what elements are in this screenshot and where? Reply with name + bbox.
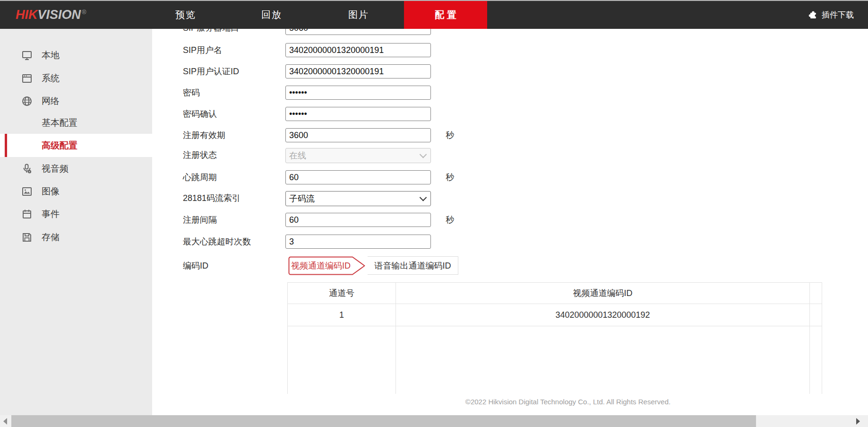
stream-index-select[interactable]: 子码流 xyxy=(285,191,431,206)
form-row-stream-index: 28181码流索引 子码流 xyxy=(152,191,868,206)
tab-audio-output-channel-encode-id[interactable]: 语音输出通道编码ID xyxy=(368,256,458,275)
storage-icon xyxy=(21,232,33,243)
scrollbar-thumb[interactable] xyxy=(11,415,756,427)
sidebar-item-network[interactable]: 网络 xyxy=(0,90,152,113)
max-heartbeat-timeout-input[interactable] xyxy=(285,235,431,249)
field-label: 密码确认 xyxy=(183,107,217,121)
field-label: 28181码流索引 xyxy=(183,191,241,205)
form-row-heartbeat-period: 心跳周期 秒 xyxy=(152,170,868,185)
sidebar: 本地 系统 网络 基本配置 高级配置 视音频 xyxy=(0,29,152,415)
unit-seconds: 秒 xyxy=(446,128,454,142)
scroll-left-arrow-icon[interactable] xyxy=(3,418,7,425)
tab-video-channel-encode-id[interactable]: 视频通道编码ID xyxy=(288,256,366,275)
form-row-sip-username: SIP用户名 xyxy=(152,43,868,58)
copyright-text: ©2022 Hikvision Digital Technology Co., … xyxy=(284,398,851,406)
unit-seconds: 秒 xyxy=(446,213,454,227)
logo-vision: VISION xyxy=(38,8,81,22)
channel-table: 通道号 视频通道编码ID 1 34020000001320000192 xyxy=(287,282,822,394)
field-label: SIP用户认证ID xyxy=(183,64,239,78)
cell-spacer xyxy=(809,304,822,326)
sidebar-item-audio-video[interactable]: 视音频 xyxy=(0,157,152,180)
sidebar-item-event[interactable]: 事件 xyxy=(0,203,152,226)
form-row-register-interval: 注册间隔 秒 xyxy=(152,213,868,228)
table-header-row: 通道号 视频通道编码ID xyxy=(287,282,822,304)
form-row-sip-server-port: SIP服务器端口 xyxy=(152,29,868,36)
nav-tab-configuration[interactable]: 配置 xyxy=(404,1,487,29)
selected-value: 子码流 xyxy=(289,193,315,204)
field-label: 注册间隔 xyxy=(183,213,217,227)
top-navbar: HIKVISION® 预览 回放 图片 配置 插件下载 xyxy=(0,1,868,29)
hikvision-logo: HIKVISION® xyxy=(16,8,86,22)
register-status-select: 在线 xyxy=(285,148,431,163)
field-label: SIP服务器端口 xyxy=(183,29,239,35)
table-empty-area xyxy=(287,326,822,394)
cell-video-encode-id: 34020000001320000192 xyxy=(395,304,809,326)
scroll-right-arrow-icon[interactable] xyxy=(856,418,860,425)
nav-tab-playback[interactable]: 回放 xyxy=(243,1,300,29)
column-header-video-encode-id: 视频通道编码ID xyxy=(395,283,809,304)
sidebar-item-label: 视音频 xyxy=(42,163,69,175)
logo-hik: HIK xyxy=(16,8,38,22)
form-row-register-status: 注册状态 在线 xyxy=(152,148,868,163)
sidebar-item-local[interactable]: 本地 xyxy=(0,44,152,67)
field-label: SIP用户名 xyxy=(183,43,222,57)
sidebar-item-system[interactable]: 系统 xyxy=(0,67,152,90)
plugin-download-label: 插件下载 xyxy=(822,9,854,20)
field-label: 编码ID xyxy=(183,259,208,273)
cell-channel-no: 1 xyxy=(288,304,395,326)
sip-auth-id-input[interactable] xyxy=(285,64,431,78)
sip-server-port-input[interactable] xyxy=(285,29,431,35)
password-confirm-input[interactable] xyxy=(285,107,431,121)
sidebar-item-label: 基本配置 xyxy=(42,117,77,129)
puzzle-icon xyxy=(808,10,818,20)
globe-icon xyxy=(21,96,33,107)
sidebar-item-label: 本地 xyxy=(42,49,60,61)
logo-registered-mark: ® xyxy=(82,9,86,16)
heartbeat-period-input[interactable] xyxy=(285,170,431,184)
microphone-icon xyxy=(21,163,33,174)
sidebar-item-label: 事件 xyxy=(42,208,60,220)
chevron-down-icon xyxy=(420,150,427,158)
sidebar-item-label: 系统 xyxy=(42,72,60,85)
register-interval-input[interactable] xyxy=(285,213,431,227)
sidebar-item-label: 图像 xyxy=(42,185,60,198)
horizontal-scrollbar[interactable] xyxy=(0,415,868,427)
calendar-icon xyxy=(21,209,33,220)
form-row-password: 密码 xyxy=(152,86,868,101)
table-row[interactable]: 1 34020000001320000192 xyxy=(287,304,822,326)
register-validity-input[interactable] xyxy=(285,128,431,142)
form-row-register-validity: 注册有效期 秒 xyxy=(152,128,868,143)
monitor-icon xyxy=(21,50,33,61)
sidebar-item-label: 高级配置 xyxy=(42,139,77,152)
sidebar-item-advanced-config[interactable]: 高级配置 xyxy=(0,134,152,157)
nav-tab-picture[interactable]: 图片 xyxy=(330,1,387,29)
unit-seconds: 秒 xyxy=(446,170,454,184)
field-label: 密码 xyxy=(183,86,200,100)
form-row-max-heartbeat-timeout: 最大心跳超时次数 xyxy=(152,235,868,250)
sidebar-item-basic-config[interactable]: 基本配置 xyxy=(0,112,152,134)
window-icon xyxy=(21,73,33,84)
form-row-password-confirm: 密码确认 xyxy=(152,107,868,122)
form-row-encode-id: 编码ID xyxy=(152,259,868,274)
column-header-spacer xyxy=(809,283,822,304)
field-label: 注册状态 xyxy=(183,148,217,162)
form-row-sip-auth-id: SIP用户认证ID xyxy=(152,64,868,79)
field-label: 最大心跳超时次数 xyxy=(183,235,251,249)
tab-label: 视频通道编码ID xyxy=(288,256,353,275)
sidebar-item-label: 存储 xyxy=(42,231,60,244)
password-input[interactable] xyxy=(285,86,431,100)
image-icon xyxy=(21,186,33,197)
selected-value: 在线 xyxy=(289,150,306,161)
field-label: 心跳周期 xyxy=(183,170,217,184)
sidebar-item-storage[interactable]: 存储 xyxy=(0,226,152,249)
sidebar-item-label: 网络 xyxy=(42,95,60,107)
sidebar-item-image[interactable]: 图像 xyxy=(0,180,152,203)
nav-tab-preview[interactable]: 预览 xyxy=(157,1,214,29)
column-header-channel-no: 通道号 xyxy=(288,283,395,304)
selected-indicator-bar xyxy=(5,134,7,157)
field-label: 注册有效期 xyxy=(183,128,225,142)
config-content-panel: SIP服务器端口 SIP用户名 SIP用户认证ID 密码 密码确认 注册有效期 … xyxy=(152,29,868,415)
sip-username-input[interactable] xyxy=(285,43,431,57)
chevron-down-icon xyxy=(420,193,427,201)
plugin-download-button[interactable]: 插件下载 xyxy=(808,1,854,29)
